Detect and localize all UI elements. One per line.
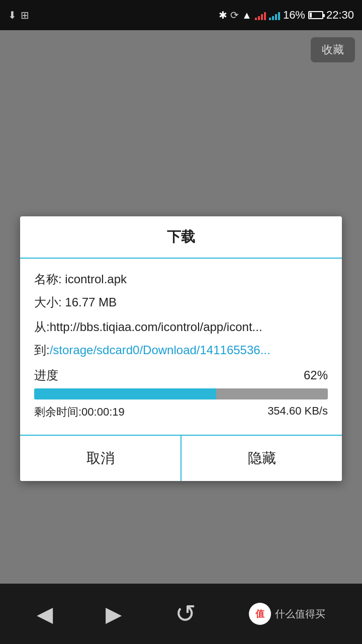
download-dialog: 下载 名称: icontrol.apk 大小: 16.77 MB 从:http:… <box>20 216 342 481</box>
forward-button[interactable]: ▶ <box>106 602 122 626</box>
cancel-button[interactable]: 取消 <box>20 436 182 481</box>
to-path-label: /storage/sdcard0/Download/141165536... <box>50 343 270 357</box>
progress-bar-fill <box>34 388 216 399</box>
bluetooth-icon: ✱ <box>219 9 227 21</box>
file-name-label: 名称: icontrol.apk <box>34 272 127 286</box>
brand-logo: 值 <box>249 603 271 625</box>
status-icons: ✱ ⟳ ▲ 16% 22:30 <box>219 9 354 22</box>
bookmark-button[interactable]: 收藏 <box>311 37 355 62</box>
progress-info-row: 剩余时间:00:00:19 354.60 KB/s <box>34 405 328 420</box>
remaining-time-label: 剩余时间:00:00:19 <box>34 405 125 420</box>
bottom-nav: ◀ ▶ ↺ 值 什么值得买 <box>0 584 362 644</box>
hide-button[interactable]: 隐藏 <box>182 436 342 481</box>
speed-label: 354.60 KB/s <box>267 405 328 420</box>
refresh-button[interactable]: ↺ <box>175 599 196 628</box>
dialog-footer: 取消 隐藏 <box>20 435 342 481</box>
status-bar-left: ⬇ ⊞ <box>8 9 29 21</box>
clock: 22:30 <box>326 9 354 22</box>
battery-pct: 16% <box>283 9 305 22</box>
download-icon: ⬇ <box>8 9 17 21</box>
dialog-body: 名称: icontrol.apk 大小: 16.77 MB 从:http://b… <box>20 259 342 435</box>
progress-label: 进度 <box>34 367 58 383</box>
brand-button[interactable]: 值 什么值得买 <box>249 603 325 625</box>
file-size-row: 大小: 16.77 MB <box>34 294 328 311</box>
battery-icon <box>308 11 323 19</box>
progress-row: 进度 62% <box>34 367 328 383</box>
progress-bar-track <box>34 388 328 399</box>
signal2-icon <box>269 10 280 20</box>
signal1-icon <box>255 10 266 20</box>
file-size-label: 大小: 16.77 MB <box>34 295 117 309</box>
to-static-label: 到: <box>34 343 50 357</box>
progress-pct: 62% <box>304 368 328 382</box>
to-row: 到:/storage/sdcard0/Download/141165536... <box>34 342 328 359</box>
dialog-title: 下载 <box>20 216 342 259</box>
file-name-row: 名称: icontrol.apk <box>34 271 328 288</box>
status-bar: ⬇ ⊞ ✱ ⟳ ▲ 16% 22:30 <box>0 0 362 30</box>
brand-label: 什么值得买 <box>275 607 325 621</box>
from-label: 从:http://bbs.tiqiaa.com/icontrol/app/ico… <box>34 320 262 334</box>
back-button[interactable]: ◀ <box>37 602 53 626</box>
wifi-icon: ▲ <box>242 10 252 21</box>
from-row: 从:http://bbs.tiqiaa.com/icontrol/app/ico… <box>34 318 328 336</box>
main-background: 收藏 下载 名称: icontrol.apk 大小: 16.77 MB 从:ht… <box>0 30 362 614</box>
sim-icon: ⊞ <box>21 9 29 21</box>
rotate-icon: ⟳ <box>230 9 239 21</box>
